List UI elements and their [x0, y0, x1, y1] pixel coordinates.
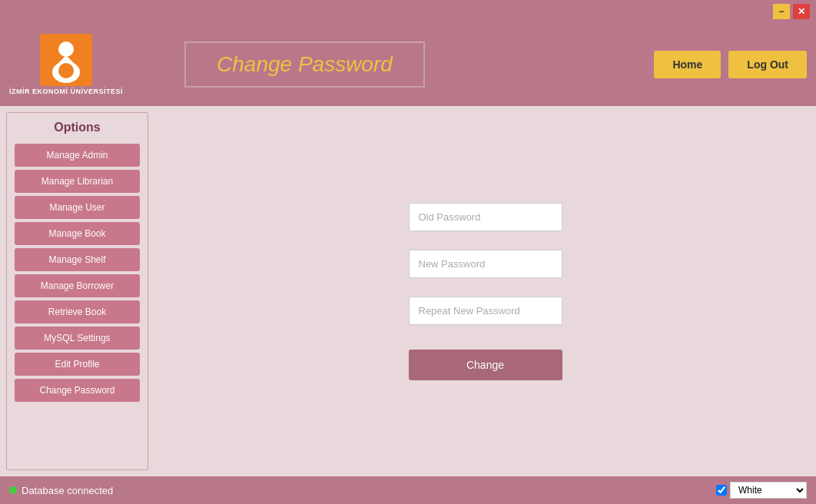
page-title: Change Password	[217, 52, 393, 76]
title-bar: − ✕	[0, 0, 816, 23]
main-layout: Options Manage Admin Manage Librarian Ma…	[0, 106, 816, 476]
university-logo	[40, 34, 92, 86]
change-button[interactable]: Change	[409, 350, 562, 380]
logo-area: İZMİR EKONOMİ ÜNİVERSİTESİ	[9, 34, 123, 95]
repeat-password-group	[409, 297, 562, 325]
sidebar-item-manage-borrower[interactable]: Manage Borrower	[15, 274, 140, 297]
new-password-group	[409, 250, 562, 278]
sidebar-item-manage-admin[interactable]: Manage Admin	[15, 144, 140, 167]
db-status-text: Database connected	[22, 485, 113, 496]
theme-selector: White	[716, 482, 807, 499]
header-buttons: Home Log Out	[654, 51, 807, 78]
db-status: Database connected	[9, 485, 113, 496]
home-button[interactable]: Home	[654, 51, 721, 78]
repeat-password-input[interactable]	[409, 297, 562, 325]
sidebar-item-manage-book[interactable]: Manage Book	[15, 222, 140, 245]
sidebar: Options Manage Admin Manage Librarian Ma…	[6, 112, 148, 470]
new-password-input[interactable]	[409, 250, 562, 278]
sidebar-item-edit-profile[interactable]: Edit Profile	[15, 353, 140, 376]
header: İZMİR EKONOMİ ÜNİVERSİTESİ Change Passwo…	[0, 23, 816, 106]
content-area: Change	[154, 106, 816, 476]
sidebar-item-change-password[interactable]: Change Password	[15, 379, 140, 402]
status-bar: Database connected White	[0, 476, 816, 504]
db-connected-dot	[9, 486, 17, 494]
svg-point-1	[58, 41, 74, 57]
svg-point-3	[58, 63, 74, 78]
university-name: İZMİR EKONOMİ ÜNİVERSİTESİ	[9, 88, 123, 95]
title-bar-controls: − ✕	[773, 4, 810, 19]
logout-button[interactable]: Log Out	[728, 51, 807, 78]
old-password-group	[409, 203, 562, 231]
old-password-input[interactable]	[409, 203, 562, 231]
theme-dropdown[interactable]: White	[730, 482, 807, 499]
sidebar-item-mysql-settings[interactable]: MySQL Settings	[15, 327, 140, 350]
minimize-button[interactable]: −	[773, 4, 790, 19]
sidebar-item-manage-user[interactable]: Manage User	[15, 196, 140, 219]
page-title-box: Change Password	[184, 41, 425, 88]
close-button[interactable]: ✕	[793, 4, 810, 19]
sidebar-title: Options	[15, 121, 140, 138]
sidebar-item-retrieve-book[interactable]: Retrieve Book	[15, 300, 140, 323]
sidebar-item-manage-shelf[interactable]: Manage Shelf	[15, 248, 140, 271]
sidebar-item-manage-librarian[interactable]: Manage Librarian	[15, 170, 140, 193]
theme-checkbox[interactable]	[716, 485, 727, 496]
